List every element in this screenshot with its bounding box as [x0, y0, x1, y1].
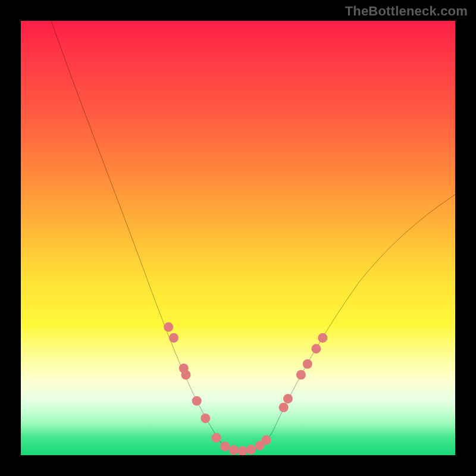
curve-marker — [220, 441, 230, 451]
curve-marker — [283, 394, 293, 403]
curve-marker — [303, 359, 312, 369]
curve-marker — [261, 435, 271, 444]
watermark-text: TheBottleneck.com — [345, 4, 468, 19]
marker-group — [164, 322, 327, 455]
curve-marker — [296, 370, 306, 380]
curve-marker — [169, 333, 178, 343]
curve-marker — [311, 344, 321, 353]
bottleneck-curve — [51, 21, 455, 451]
curve-marker — [229, 445, 239, 455]
curve-marker — [237, 446, 247, 455]
curve-marker — [201, 414, 210, 423]
curve-marker — [318, 333, 327, 343]
curve-marker — [192, 396, 202, 406]
curve-marker — [246, 444, 256, 454]
curve-marker — [181, 370, 190, 380]
curve-layer — [21, 21, 455, 455]
curve-marker — [164, 322, 173, 332]
curve-marker — [211, 433, 221, 443]
chart-frame: TheBottleneck.com — [0, 0, 476, 476]
curve-marker — [279, 403, 289, 412]
plot-area — [21, 21, 455, 455]
